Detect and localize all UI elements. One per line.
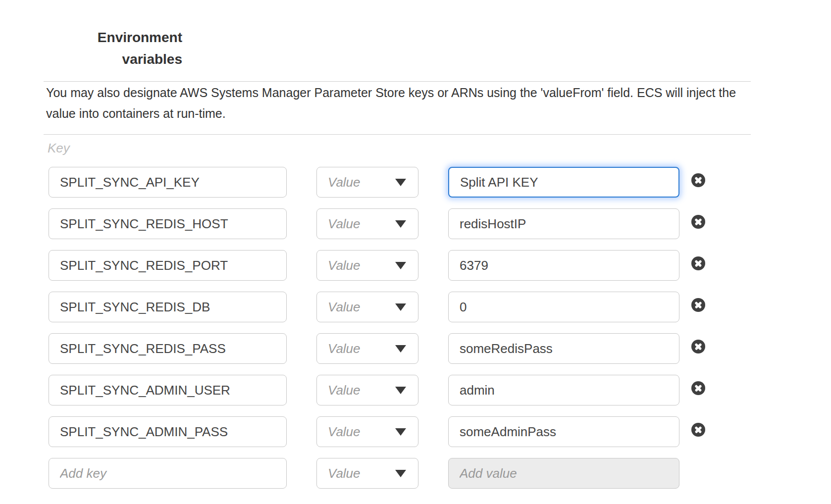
divider-bottom — [44, 134, 751, 135]
divider-top — [44, 81, 751, 82]
env-var-row: Value — [49, 167, 767, 198]
env-var-rows: Value Value Value Value — [49, 167, 767, 500]
help-text: You may also designate AWS Systems Manag… — [46, 82, 754, 124]
chevron-down-icon — [395, 470, 406, 477]
env-value-input[interactable] — [448, 458, 679, 489]
value-type-selected: Value — [328, 383, 361, 398]
value-type-selected: Value — [328, 466, 361, 481]
value-type-dropdown[interactable]: Value — [316, 416, 418, 447]
environment-variables-form: Environment variables You may also desig… — [0, 0, 831, 504]
env-key-input[interactable] — [49, 292, 287, 322]
env-value-input[interactable] — [448, 416, 679, 447]
remove-row-button[interactable] — [691, 340, 705, 353]
env-var-row: Value — [49, 375, 767, 405]
env-value-input[interactable] — [448, 250, 679, 281]
chevron-down-icon — [395, 179, 406, 186]
env-value-input[interactable] — [448, 333, 679, 364]
env-value-input[interactable] — [448, 208, 679, 239]
value-type-dropdown[interactable]: Value — [316, 292, 418, 322]
value-type-selected: Value — [328, 300, 361, 315]
chevron-down-icon — [395, 303, 406, 311]
value-type-dropdown[interactable]: Value — [316, 333, 418, 364]
key-column-header: Key — [48, 141, 70, 156]
env-var-row: Value — [49, 416, 767, 447]
value-type-selected: Value — [328, 424, 361, 440]
env-var-row: Value — [49, 458, 767, 489]
remove-row-button[interactable] — [691, 256, 705, 270]
remove-row-button[interactable] — [691, 298, 705, 312]
value-type-selected: Value — [328, 216, 361, 232]
chevron-down-icon — [395, 262, 406, 269]
field-label-environment-variables: Environment variables — [44, 27, 182, 70]
env-var-row: Value — [49, 292, 767, 322]
env-var-row: Value — [49, 333, 767, 364]
chevron-down-icon — [395, 387, 406, 394]
remove-row-button[interactable] — [691, 215, 705, 229]
value-type-selected: Value — [328, 258, 361, 273]
env-var-row: Value — [49, 250, 767, 281]
env-key-input[interactable] — [49, 208, 287, 239]
remove-row-button[interactable] — [691, 423, 705, 437]
chevron-down-icon — [395, 428, 406, 436]
env-key-input[interactable] — [49, 458, 287, 489]
value-type-dropdown[interactable]: Value — [316, 375, 418, 405]
env-key-input[interactable] — [49, 250, 287, 281]
field-label-line2: variables — [44, 49, 182, 70]
env-value-input[interactable] — [448, 375, 679, 405]
env-key-input[interactable] — [49, 375, 287, 405]
remove-row-button[interactable] — [691, 173, 705, 187]
field-label-line1: Environment — [44, 27, 182, 49]
env-value-input[interactable] — [448, 292, 679, 322]
chevron-down-icon — [395, 345, 406, 353]
env-key-input[interactable] — [49, 333, 287, 364]
value-type-selected: Value — [328, 341, 361, 356]
remove-row-button[interactable] — [691, 381, 705, 395]
value-type-dropdown[interactable]: Value — [316, 250, 418, 281]
chevron-down-icon — [395, 220, 406, 228]
value-type-dropdown[interactable]: Value — [316, 208, 418, 239]
env-key-input[interactable] — [49, 167, 287, 198]
value-type-dropdown[interactable]: Value — [316, 167, 418, 198]
env-value-input[interactable] — [448, 167, 679, 198]
value-type-selected: Value — [328, 175, 361, 190]
env-key-input[interactable] — [49, 416, 287, 447]
env-var-row: Value — [49, 208, 767, 239]
value-type-dropdown[interactable]: Value — [316, 458, 418, 489]
